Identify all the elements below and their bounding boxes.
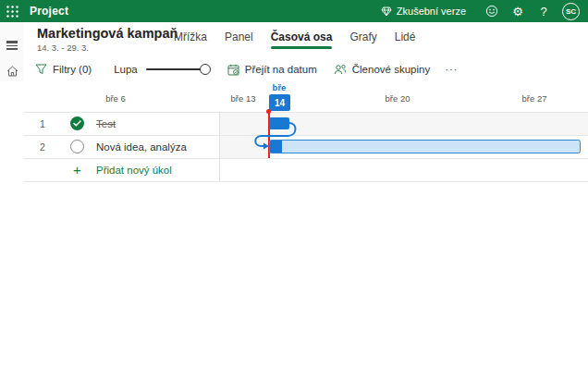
project-header: Marketingová kampaň 14. 3. - 29. 3. Mříž… [24,26,588,57]
tab-charts[interactable]: Grafy [349,31,376,49]
calendar-icon [227,64,239,76]
project-date-range: 14. 3. - 29. 3. [37,43,174,53]
zoom-label: Lupa [114,64,138,75]
more-options-button[interactable]: ··· [445,64,459,75]
goto-date-label: Přejít na datum [245,64,317,75]
app-launcher-waffle-icon[interactable] [0,0,24,22]
timeline-toolbar: Filtry (0) Lupa Přejít na datum Členové … [24,57,588,81]
trial-version-label: Zkušební verze [397,6,466,17]
nav-menu-hamburger-icon[interactable] [0,30,24,54]
filter-funnel-icon [35,64,47,75]
account-avatar[interactable]: SC [562,3,580,20]
group-members-label: Členové skupiny [352,64,430,75]
zoom-slider[interactable] [146,68,205,70]
settings-gear-icon[interactable]: ⚙ [505,0,531,22]
view-tabs: Mřížka Panel Časová osa Grafy Lidé [174,26,415,57]
diamond-icon [381,6,392,17]
gear-glyph: ⚙ [512,5,523,18]
people-icon [334,64,347,75]
dependency-connector [0,81,588,392]
top-app-bar: Project Zkušební verze ⚙ ? SC [0,0,588,22]
avatar-initials: SC [566,7,576,16]
filters-button[interactable]: Filtry (0) [35,64,92,75]
page-title: Marketingová kampaň [37,26,174,41]
tab-grid[interactable]: Mřížka [174,31,207,49]
zoom-slider-thumb[interactable] [200,64,211,75]
feedback-smiley-icon[interactable] [479,0,505,22]
trial-version-badge[interactable]: Zkušební verze [381,6,466,17]
connector-arrowhead [263,143,269,150]
goto-date-button[interactable]: Přejít na datum [227,64,317,76]
waffle-icon [6,6,18,18]
tab-people[interactable]: Lidé [395,31,416,49]
timeline-gantt-area: bře 6 bře 13 bře 20 bře 27 bře 14 1 Test… [0,81,588,392]
help-glyph: ? [540,5,546,18]
help-button[interactable]: ? [531,0,557,22]
tab-board[interactable]: Panel [225,31,253,49]
app-title: Project [30,5,68,18]
nav-home-icon[interactable] [0,59,24,83]
tab-timeline[interactable]: Časová osa [271,31,333,49]
ellipsis-icon: ··· [445,64,459,75]
group-members-button[interactable]: Členové skupiny [334,64,430,75]
filters-label: Filtry (0) [53,64,92,75]
